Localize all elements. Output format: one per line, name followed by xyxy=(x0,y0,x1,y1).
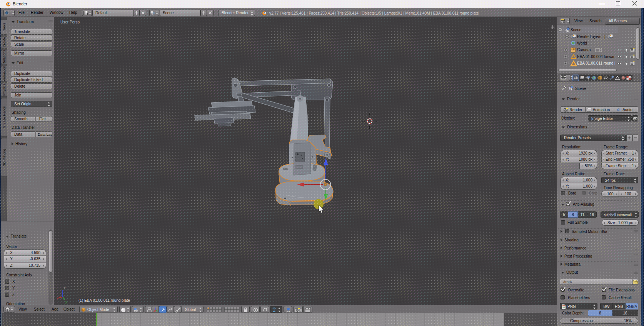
svg-text:i: i xyxy=(7,12,7,15)
svg-text:z: z xyxy=(64,286,66,290)
svg-text:y: y xyxy=(65,300,67,304)
